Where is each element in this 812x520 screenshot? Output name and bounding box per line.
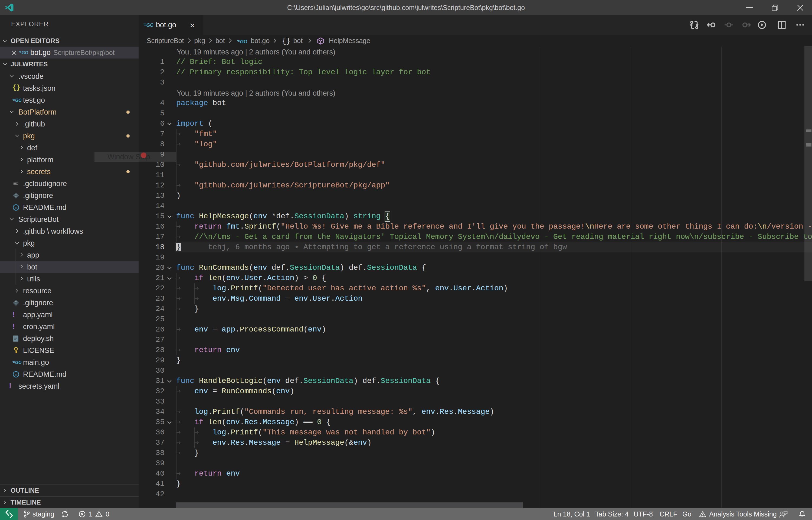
svg-text:GO: GO: [22, 50, 28, 55]
svg-text:GO: GO: [15, 360, 21, 365]
svg-text:GO: GO: [15, 98, 21, 103]
svg-text:GO: GO: [240, 39, 247, 45]
svg-text:GO: GO: [146, 23, 153, 28]
